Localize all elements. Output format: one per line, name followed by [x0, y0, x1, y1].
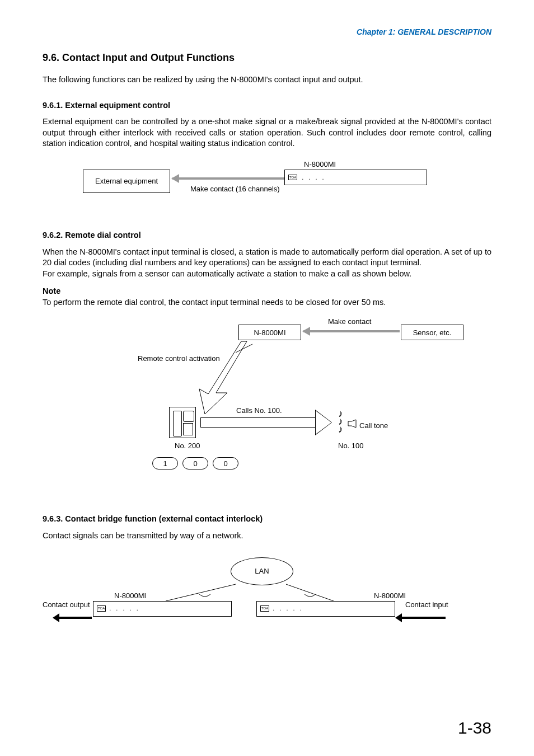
external-equipment-box: External equipment — [83, 170, 170, 193]
arrow-caption: Make contact (16 channels) — [190, 184, 280, 194]
note-body: To perform the remote dial control, the … — [43, 297, 491, 308]
contact-input-label: Contact input — [405, 600, 448, 610]
station-icon — [169, 407, 196, 438]
section-title: 9.6. Contact Input and Output Functions — [43, 51, 491, 64]
device-box-left: TOA . . . . . — [93, 601, 232, 617]
arrow-line — [401, 617, 446, 619]
calls-label: Calls No. 100. — [236, 406, 282, 416]
device-brand: TOA — [260, 605, 269, 611]
subsection-962-body1: When the N-8000MI's contact input termin… — [43, 247, 491, 269]
subsection-962-body2: For example, signals from a sensor can a… — [43, 269, 491, 280]
call-tone-label: Call tone — [359, 421, 388, 431]
arrow-head-icon — [171, 174, 179, 183]
device-box-right: TOA . . . . . — [256, 601, 395, 617]
device-brand: TOA — [288, 175, 297, 180]
lan-legs-icon — [166, 581, 356, 603]
intro-paragraph: The following functions can be realized … — [43, 74, 491, 86]
calls-arrow-body — [200, 417, 316, 428]
calls-arrow-head — [316, 411, 331, 434]
make-contact-label: Make contact — [328, 317, 371, 327]
page-number: 1-38 — [458, 717, 491, 740]
note-label: Note — [43, 286, 491, 297]
device-label-right: N-8000MI — [374, 591, 406, 601]
svg-line-3 — [166, 584, 236, 601]
chapter-header: Chapter 1: GENERAL DESCRIPTION — [43, 27, 491, 37]
diagram-963: LAN N-8000MI TOA . . . . . N-8000MI TOA … — [43, 554, 468, 644]
device-ports-icon: . . . . — [302, 173, 325, 182]
sensor-box: Sensor, etc. — [401, 325, 463, 340]
arrow-head-icon — [302, 327, 310, 336]
big-arrow-icon — [188, 341, 255, 414]
device-ports-icon: . . . . . — [109, 604, 140, 613]
arrow-line — [58, 617, 92, 619]
device-brand: TOA — [97, 605, 106, 611]
device-label: N-8000MI — [304, 159, 336, 170]
arrow-line — [303, 330, 400, 332]
call-tone-icon: ♪♪♪ — [338, 410, 343, 433]
dial-digit: 0 — [182, 457, 208, 469]
subsection-962-title: 9.6.2. Remote dial control — [43, 230, 491, 241]
dial-digit: 0 — [213, 457, 238, 469]
dial-row: 1 0 0 — [152, 457, 238, 469]
contact-output-label: Contact output — [43, 600, 90, 610]
n8000mi-box: N-8000MI — [238, 325, 301, 340]
page: Chapter 1: GENERAL DESCRIPTION 9.6. Cont… — [0, 0, 534, 756]
subsection-961-title: 9.6.1. External equipment control — [43, 100, 491, 111]
subsection-963-title: 9.6.3. Contact bridge function (external… — [43, 514, 491, 525]
arrow-head-icon — [395, 613, 402, 622]
svg-marker-2 — [348, 420, 356, 428]
svg-marker-0 — [199, 341, 247, 414]
device-box: TOA . . . . — [284, 170, 427, 185]
diagram-961: External equipment Make contact (16 chan… — [83, 162, 441, 206]
arrow-head-icon — [53, 613, 59, 622]
svg-line-4 — [286, 584, 334, 601]
arrow-line — [172, 177, 284, 180]
dial-digit: 1 — [152, 457, 178, 469]
station-100-label: No. 100 — [338, 441, 364, 451]
diagram-962: Make contact N-8000MI Sensor, etc. Remot… — [121, 320, 479, 488]
station-200-label: No. 200 — [175, 441, 200, 451]
subsection-963-body: Contact signals can be transmitted by wa… — [43, 530, 491, 542]
device-label-left: N-8000MI — [114, 591, 146, 601]
subsection-961-body: External equipment can be controlled by … — [43, 116, 491, 149]
device-ports-icon: . . . . . — [273, 604, 303, 613]
